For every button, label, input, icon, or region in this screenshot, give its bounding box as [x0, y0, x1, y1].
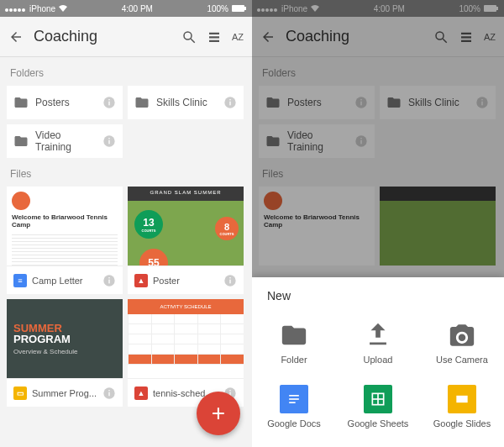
new-bottom-sheet: New Folder Upload Use Camera Google Docs — [252, 277, 504, 447]
folder-item[interactable]: Posters — [259, 86, 375, 119]
sort-az-icon[interactable]: AZ — [232, 32, 244, 42]
app-header: Coaching AZ — [0, 17, 252, 57]
svg-rect-21 — [229, 277, 230, 278]
info-icon[interactable] — [223, 274, 237, 287]
svg-rect-27 — [229, 390, 230, 391]
file-thumbnail: SUMMER PROGRAM Overview & Schedule — [7, 299, 123, 378]
svg-rect-50 — [456, 396, 467, 402]
svg-point-38 — [476, 97, 487, 108]
sheet-item-label: Google Docs — [267, 418, 321, 429]
svg-rect-9 — [108, 99, 109, 100]
svg-rect-5 — [209, 36, 219, 38]
svg-point-2 — [184, 32, 192, 39]
info-icon[interactable] — [102, 96, 116, 109]
file-item[interactable]: Welcome to Briarwood Tennis Camp — [259, 187, 375, 266]
svg-line-3 — [191, 39, 195, 43]
folder-name: Video Training — [35, 129, 96, 153]
svg-rect-40 — [481, 99, 482, 100]
sheet-item-label: Folder — [281, 355, 307, 365]
svg-rect-29 — [496, 7, 498, 10]
svg-rect-8 — [108, 102, 109, 106]
sheet-item-camera[interactable]: Use Camera — [420, 311, 504, 375]
folder-icon — [280, 321, 308, 350]
svg-rect-15 — [108, 138, 109, 139]
sheet-item-folder[interactable]: Folder — [252, 311, 336, 375]
info-icon[interactable] — [354, 96, 368, 109]
battery-icon — [484, 5, 499, 12]
svg-rect-12 — [229, 99, 230, 100]
view-list-icon[interactable] — [459, 29, 474, 45]
status-bar: iPhone 4:00 PM 100% — [252, 0, 504, 17]
info-icon[interactable] — [102, 134, 116, 148]
sheet-item-sheets[interactable]: Google Sheets — [336, 375, 420, 439]
folder-item[interactable]: Posters — [7, 86, 123, 119]
folder-icon — [386, 95, 402, 110]
thumb-text: Overview & Schedule — [13, 348, 116, 355]
folder-name: Posters — [287, 97, 322, 108]
file-item[interactable]: SUMMER PROGRAM Overview & Schedule ▭ Sum… — [7, 299, 123, 407]
info-icon[interactable] — [102, 387, 116, 400]
filetype-docs-icon: ≡ — [13, 274, 27, 287]
signal-icon — [5, 4, 26, 13]
svg-rect-18 — [108, 277, 109, 278]
folder-name: Video Training — [287, 129, 348, 153]
svg-rect-33 — [461, 36, 471, 38]
file-item[interactable]: Welcome to Briarwood Tennis Camp ≡ Camp … — [7, 187, 123, 294]
screen-left: iPhone 4:00 PM 100% Coaching AZ Folders … — [0, 0, 252, 447]
info-icon[interactable] — [102, 274, 116, 287]
file-thumbnail: GRAND SLAM SUMMER 13COURTS 8COURTS 55 — [128, 187, 244, 266]
signal-icon — [257, 4, 278, 13]
carrier-label: iPhone — [29, 4, 55, 13]
svg-rect-44 — [289, 395, 299, 397]
svg-rect-6 — [209, 39, 219, 41]
folder-name: Skills Clinic — [156, 97, 207, 108]
folder-item[interactable]: Video Training — [7, 124, 123, 158]
view-list-icon[interactable] — [207, 29, 222, 45]
folder-item[interactable]: Skills Clinic — [128, 86, 244, 119]
battery-label: 100% — [459, 4, 480, 13]
svg-rect-36 — [360, 102, 361, 106]
sheet-item-docs[interactable]: Google Docs — [252, 375, 336, 439]
sheet-title: New — [252, 289, 504, 311]
app-header: Coaching AZ — [252, 17, 504, 57]
folder-icon — [13, 95, 29, 110]
back-icon[interactable] — [260, 29, 276, 45]
sheet-item-label: Upload — [364, 355, 393, 365]
folder-item[interactable]: Skills Clinic — [380, 86, 496, 119]
file-item[interactable] — [380, 187, 496, 266]
svg-rect-17 — [108, 279, 109, 283]
folder-name: Skills Clinic — [408, 97, 459, 108]
file-thumbnail: Welcome to Briarwood Tennis Camp — [259, 187, 375, 266]
thumb-text: PROGRAM — [13, 334, 116, 344]
fab-new-button[interactable]: + — [197, 392, 240, 435]
folders-label: Folders — [0, 57, 252, 86]
folder-icon — [265, 134, 281, 149]
file-item[interactable]: GRAND SLAM SUMMER 13COURTS 8COURTS 55 ▲ … — [128, 187, 244, 294]
clock: 4:00 PM — [374, 4, 405, 13]
svg-rect-37 — [360, 99, 361, 100]
thumb-text: 8 — [224, 222, 229, 232]
svg-rect-39 — [481, 102, 482, 106]
sheet-item-upload[interactable]: Upload — [336, 311, 420, 375]
sort-az-icon[interactable]: AZ — [484, 32, 496, 42]
camera-icon — [448, 321, 476, 350]
folder-item[interactable]: Video Training — [259, 124, 375, 158]
sheet-item-label: Use Camera — [436, 355, 488, 365]
sheet-item-slides[interactable]: Google Slides — [420, 375, 504, 439]
file-thumbnail: Welcome to Briarwood Tennis Camp — [7, 187, 123, 266]
svg-point-41 — [355, 135, 366, 146]
thumb-text: 13 — [143, 217, 154, 229]
search-icon[interactable] — [433, 29, 449, 45]
folder-grid: Posters Skills Clinic Video Training — [0, 86, 252, 158]
file-name: Camp Letter — [32, 276, 97, 286]
file-item[interactable]: ACTIVITY SCHEDULE ▲ tennis-sched... — [128, 299, 244, 407]
back-icon[interactable] — [8, 29, 24, 45]
info-icon[interactable] — [354, 134, 368, 148]
thumb-text: GRAND SLAM SUMMER — [131, 190, 240, 195]
svg-rect-0 — [232, 5, 244, 12]
info-icon[interactable] — [475, 96, 489, 109]
info-icon[interactable] — [223, 96, 237, 109]
folder-name: Posters — [35, 97, 70, 108]
folder-icon — [265, 95, 281, 110]
search-icon[interactable] — [181, 29, 197, 45]
